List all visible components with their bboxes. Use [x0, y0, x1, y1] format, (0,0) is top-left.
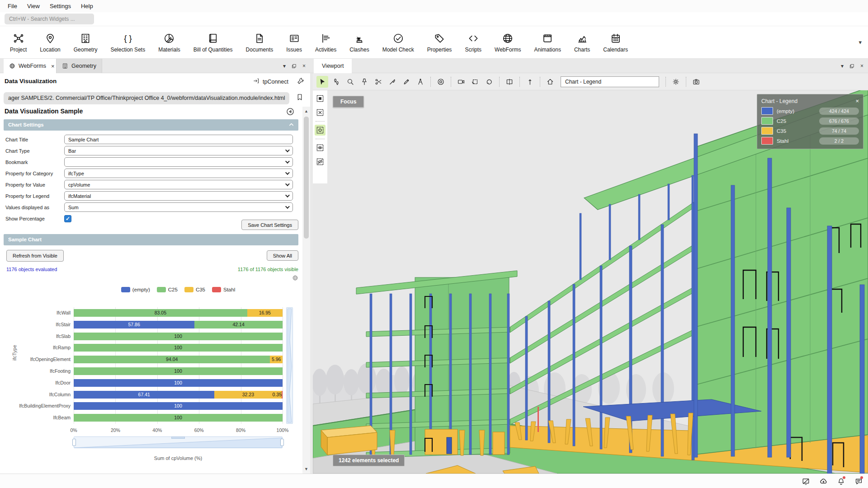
toolbar-item-documents[interactable]: Documents [241, 30, 278, 55]
legend-item-c25[interactable]: C25 [157, 287, 178, 292]
legend-overlay-row-c35[interactable]: C3574 / 74 [761, 127, 859, 135]
show-percentage-checkbox[interactable]: ✓ [64, 215, 71, 222]
toolbar-item-webforms[interactable]: WebForms [490, 30, 525, 55]
refresh-from-visible-button[interactable]: Refresh from Visible [6, 250, 64, 262]
knife-tool[interactable] [387, 76, 398, 88]
menu-file[interactable]: File [3, 1, 22, 11]
straighten-tool[interactable] [524, 76, 536, 88]
toolbar-item-clashes[interactable]: Clashes [345, 30, 373, 55]
toolbar-item-model-check[interactable]: Model Check [378, 30, 419, 55]
panel-scrollbar[interactable]: ▲ ▼ [302, 107, 310, 474]
bar-row-ifcbeam[interactable]: 100 [74, 414, 283, 422]
bar-row-ifcfooting[interactable]: 100 [74, 367, 283, 375]
datazoom-handle-right[interactable] [280, 439, 284, 446]
close-tab-icon[interactable]: × [51, 63, 55, 70]
compass-tool[interactable] [415, 76, 426, 88]
rotate-box-tool[interactable] [469, 76, 481, 88]
bookmark-icon[interactable] [296, 93, 304, 103]
toolbar-item-materials[interactable]: Materials [154, 30, 185, 55]
chevron-up-icon[interactable] [288, 121, 295, 132]
presentation-off-icon[interactable] [801, 476, 811, 486]
float-window-icon[interactable] [291, 63, 297, 69]
bookmark-select[interactable] [64, 157, 293, 167]
dock-chevron-icon[interactable]: ▾ [841, 63, 844, 69]
legend-overlay-row-stahl[interactable]: Stahl2 / 2 [761, 137, 859, 145]
home-tool[interactable] [544, 76, 556, 88]
menu-settings[interactable]: Settings [45, 1, 76, 11]
show-all-button[interactable]: Show All [267, 250, 298, 261]
scroll-up-icon[interactable]: ▲ [302, 108, 310, 115]
gear-icon[interactable] [670, 76, 682, 88]
bar-row-ifcstair[interactable]: 57.8642.14 [74, 321, 283, 328]
bar-row-ifcslab[interactable]: 100 [74, 333, 283, 340]
legend-item-stahl[interactable]: Stahl [212, 287, 235, 292]
bar-row-ifcopeningelement[interactable]: 94.045.96 [74, 356, 283, 363]
menu-view[interactable]: View [22, 1, 45, 11]
tab-geometry[interactable]: Geometry [56, 59, 102, 73]
toolbar-item-animations[interactable]: Animations [530, 30, 566, 55]
photo-icon[interactable] [690, 76, 702, 88]
toolbar-overflow-chevron-icon[interactable]: ▾ [859, 39, 862, 46]
toolbar-item-charts[interactable]: Charts [570, 30, 594, 55]
datazoom-slider-vertical[interactable] [286, 307, 293, 424]
datazoom-notch[interactable] [171, 436, 185, 439]
legend-overlay-row-empty[interactable]: (empty)424 / 424 [761, 107, 859, 115]
legend-overlay-row-c25[interactable]: C25676 / 676 [761, 117, 859, 125]
bar-row-ifcdoor[interactable]: 100 [74, 379, 283, 387]
bar-chart-plot[interactable]: 83.0516.9557.8642.1410010094.045.9610010… [74, 307, 283, 424]
values-displayed-as-select[interactable]: Sum [64, 202, 293, 212]
chat-icon[interactable] [854, 476, 863, 486]
toolbar-item-location[interactable]: Location [35, 30, 65, 55]
back-circle-icon[interactable] [286, 107, 295, 118]
focus-ring-tool[interactable] [435, 76, 447, 88]
section-header-sample-chart[interactable]: Sample Chart [4, 234, 298, 245]
bar-row-ifcramp[interactable]: 100 [74, 344, 283, 352]
legend-item-empty[interactable]: (empty) [121, 287, 150, 292]
bar-row-ifcwall[interactable]: 83.0516.95 [74, 309, 283, 317]
marker-tool[interactable] [401, 76, 412, 88]
section-plane-tool[interactable] [504, 76, 515, 88]
bar-row-ifccolumn[interactable]: 67.4132.230.35 [74, 391, 283, 399]
bar-row-ifcbuildingelementproxy[interactable]: 100 [74, 402, 283, 410]
scroll-down-icon[interactable]: ▼ [302, 465, 310, 473]
tab-viewport[interactable]: Viewport [314, 59, 352, 73]
deselect-all-tool[interactable] [315, 107, 326, 118]
camera-video-tool[interactable] [455, 76, 467, 88]
select-all-tool[interactable] [315, 93, 326, 104]
walk-tool[interactable] [330, 76, 342, 88]
toolbar-item-bill-of-quantities[interactable]: Bill of Quantities [189, 30, 237, 55]
bell-icon[interactable] [836, 476, 846, 486]
toolbar-item-geometry[interactable]: Geometry [69, 30, 102, 55]
toolbar-item-calendars[interactable]: Calendars [599, 30, 632, 55]
legend-item-c35[interactable]: C35 [184, 287, 205, 292]
wrench-icon[interactable] [297, 77, 305, 87]
pin-tool[interactable] [359, 76, 370, 88]
property-for-value-select[interactable]: cpVolume [64, 180, 293, 189]
chart-title-input[interactable]: Sample Chart [64, 135, 293, 144]
hide-selected-tool[interactable] [315, 156, 326, 167]
close-icon[interactable]: × [855, 98, 859, 104]
close-pane-icon[interactable]: × [302, 63, 306, 69]
toolbar-item-activities[interactable]: Activities [311, 30, 341, 55]
chart-legend[interactable]: (empty)C25C35Stahl [74, 287, 283, 292]
focus-selection-tool[interactable] [315, 125, 326, 136]
scissors-tool[interactable] [373, 76, 384, 88]
focus-button[interactable]: Focus [333, 96, 364, 108]
widget-search-input[interactable]: Ctrl+W - Search Widgets ... [5, 14, 94, 24]
toolbar-item-selection-sets[interactable]: { }Selection Sets [106, 30, 150, 55]
show-selected-tool[interactable] [315, 142, 326, 153]
toolbar-item-issues[interactable]: Issues [282, 30, 307, 55]
zoom-tool[interactable] [344, 76, 356, 88]
toolbar-item-project[interactable]: Project [5, 30, 31, 55]
dock-chevron-icon[interactable]: ▾ [283, 63, 286, 69]
close-pane-icon[interactable]: × [860, 63, 863, 69]
section-header-chart-settings[interactable]: Chart Settings [4, 119, 298, 131]
property-for-legend-select[interactable]: ifcMaterial [64, 191, 293, 201]
float-window-icon[interactable] [849, 63, 855, 69]
pointer-tool[interactable] [316, 76, 328, 88]
property-for-category-select[interactable]: ifcType [64, 169, 293, 178]
toolbar-item-scripts[interactable]: Scripts [460, 30, 486, 55]
scrollbar-thumb[interactable] [304, 117, 309, 239]
save-chart-settings-button[interactable]: Save Chart Settings [241, 220, 298, 230]
datazoom-slider-horizontal[interactable] [74, 436, 283, 448]
